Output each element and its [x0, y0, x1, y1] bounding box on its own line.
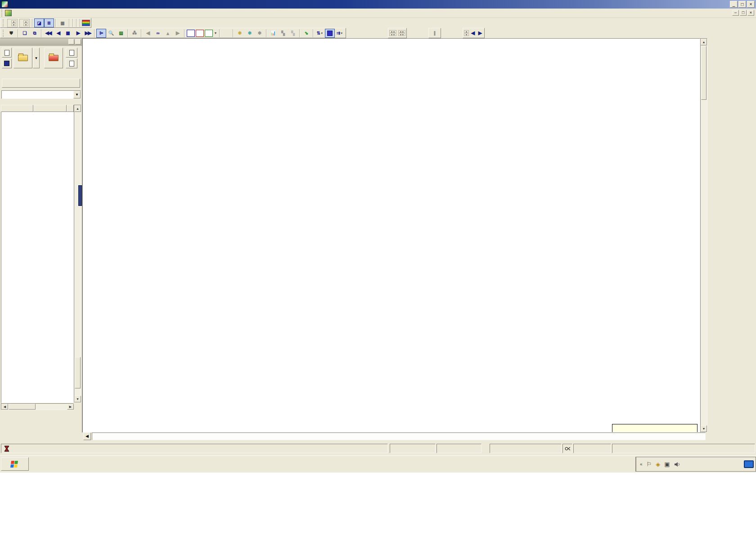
open-project-button[interactable] [14, 48, 32, 68]
close-button[interactable]: × [747, 1, 755, 8]
map-list-vscrollbar[interactable]: ▲ ▼ [74, 105, 81, 403]
factor-button[interactable] [187, 30, 195, 37]
selection-mode-icon[interactable] [325, 29, 335, 38]
split-vertical-icon[interactable]: ∥ [430, 29, 440, 38]
wizard-cursor-icon[interactable]: ✻ [255, 29, 265, 38]
windows-logo-icon [10, 461, 18, 468]
view-tab-bar: ◀ [82, 433, 707, 442]
import-file-button[interactable] [66, 48, 77, 58]
wizard-down-icon[interactable]: ✻ [235, 29, 245, 38]
column-header-type[interactable] [67, 105, 74, 112]
preview-window-icon[interactable]: 🔍 [106, 29, 116, 38]
color-scale-icon[interactable] [82, 20, 90, 26]
footsteps-icon[interactable]: ⁂ [130, 29, 140, 38]
project-button[interactable] [205, 30, 213, 37]
panel-close-button[interactable] [75, 39, 81, 45]
binoculars-search-icon[interactable]: ∞ [153, 29, 163, 38]
chart-sparkle2-icon[interactable]: ▚ [288, 29, 298, 38]
minimize-button[interactable]: _ [730, 1, 738, 8]
search-up-icon[interactable]: ▲ [163, 29, 173, 38]
mdi-close-button[interactable]: × [747, 10, 754, 16]
map-3d-view[interactable] [82, 38, 700, 433]
toolbar-grip[interactable] [3, 30, 5, 37]
new-project-button[interactable] [2, 48, 12, 58]
tray-flag-icon[interactable]: ⚐ [647, 461, 652, 468]
scroll-left-icon[interactable]: ◀ [1, 404, 8, 410]
import-page-icon [69, 50, 74, 56]
toolbar-grip[interactable] [3, 19, 5, 27]
map-panel-titlebar[interactable] [0, 38, 82, 46]
new-page-icon [4, 50, 9, 56]
zoom-field[interactable]: ▲▼ [19, 19, 30, 27]
scroll-thumb[interactable] [75, 357, 81, 388]
session-button[interactable] [2, 79, 80, 88]
column-header-address[interactable] [33, 105, 67, 112]
zoom-spinner[interactable]: ▲▼ [23, 20, 28, 26]
scroll-thumb[interactable] [9, 404, 36, 410]
plot-vscrollbar[interactable]: ▲ ▼ [700, 38, 707, 433]
row-height-icon[interactable]: ⇅▼ [315, 29, 325, 38]
mdi-restore-button[interactable]: □ [740, 10, 747, 16]
view-3d-bars-icon[interactable]: ⫾⫾ [44, 18, 54, 27]
save-project-button[interactable] [2, 58, 12, 68]
scroll-up-icon[interactable]: ▲ [74, 105, 81, 112]
tray-volume-icon[interactable] [674, 462, 680, 467]
history-back-icon[interactable]: ◀ [469, 29, 476, 38]
chevron-down-icon[interactable]: ▼ [73, 91, 81, 98]
pane-spinner-2[interactable]: ▲▲▼▼ [398, 30, 405, 36]
import-pot-icon[interactable]: ⛊ [6, 29, 16, 38]
history-forward-icon[interactable]: ▶ [476, 29, 483, 38]
panel-splitter-grip[interactable] [78, 185, 82, 206]
rotation-field[interactable]: ▲▼ [7, 19, 18, 27]
chart-wand-icon[interactable]: 📊 [268, 29, 278, 38]
toolbar-grip[interactable] [1, 9, 4, 17]
view-3d-surface-icon[interactable]: ◪ [34, 18, 44, 27]
panel-pin-button[interactable] [68, 39, 74, 45]
column-width-icon[interactable]: ⇉▼ [335, 29, 345, 38]
version-button[interactable] [196, 30, 204, 37]
scroll-down-icon[interactable]: ▼ [74, 396, 81, 402]
export-file-button[interactable] [66, 58, 77, 68]
new-window-icon[interactable]: ❏ [20, 29, 30, 38]
grid-view-icon[interactable]: ▦ [58, 18, 68, 27]
adjust-spinner[interactable]: ▲▼ [464, 30, 469, 36]
pane-spinner-1[interactable]: ▲▲▼▼ [389, 30, 396, 36]
scroll-right-icon[interactable]: ▶ [67, 404, 74, 410]
plot-hscrollbar[interactable] [92, 433, 706, 440]
split-window-icon[interactable]: ⧉ [30, 29, 40, 38]
map-table-icon[interactable]: ▦ [63, 29, 73, 38]
open-import-button[interactable] [44, 48, 63, 68]
maximize-button[interactable]: □ [738, 1, 746, 8]
tray-collapse-chevron-icon[interactable]: « [640, 462, 643, 467]
help-pointer-icon[interactable] [221, 29, 231, 38]
rotation-spinner[interactable]: ▲▼ [11, 20, 16, 26]
tab-scroll-left-icon[interactable]: ◀ [83, 433, 91, 440]
chart-sparkle-icon[interactable]: ▚ [278, 29, 288, 38]
open-project-dropdown[interactable]: ▼ [33, 48, 40, 68]
last-map-icon[interactable]: ▶▶ [83, 29, 93, 38]
pause-toolbar: ∥ [428, 28, 441, 38]
surface-chart[interactable] [83, 39, 700, 433]
wizard-help-icon[interactable]: ✻ [245, 29, 255, 38]
tray-notification-icon[interactable]: ◈ [656, 461, 660, 468]
scroll-down-icon[interactable]: ▼ [701, 425, 707, 432]
start-button[interactable] [1, 457, 29, 471]
next-map-icon[interactable]: ▶ [73, 29, 83, 38]
first-map-icon[interactable]: ◀◀ [43, 29, 53, 38]
export-green-icon[interactable]: ⬊ [302, 29, 311, 38]
previous-map-icon[interactable]: ◀ [53, 29, 63, 38]
tray-network-icon[interactable]: ▣ [664, 461, 670, 468]
mdi-minimize-button[interactable]: – [732, 10, 739, 16]
map-list-hscrollbar[interactable]: ◀ ▶ [1, 403, 74, 410]
column-header-marker[interactable] [1, 105, 33, 112]
search-forward-icon[interactable]: ▶ [173, 29, 183, 38]
cursor-status-panel [612, 444, 755, 453]
tray-display-icon[interactable] [744, 460, 754, 468]
map-tree-icon[interactable]: ⊫ [96, 29, 106, 38]
watch-window-icon[interactable]: ▤ [116, 29, 126, 38]
search-back-icon[interactable]: ◀ [143, 29, 153, 38]
scroll-thumb[interactable] [701, 46, 706, 100]
scroll-up-icon[interactable]: ▲ [701, 39, 707, 45]
scope-dropdown[interactable]: ▼ [1, 90, 81, 99]
letter-dropdown-icon[interactable]: ▼ [213, 29, 218, 38]
